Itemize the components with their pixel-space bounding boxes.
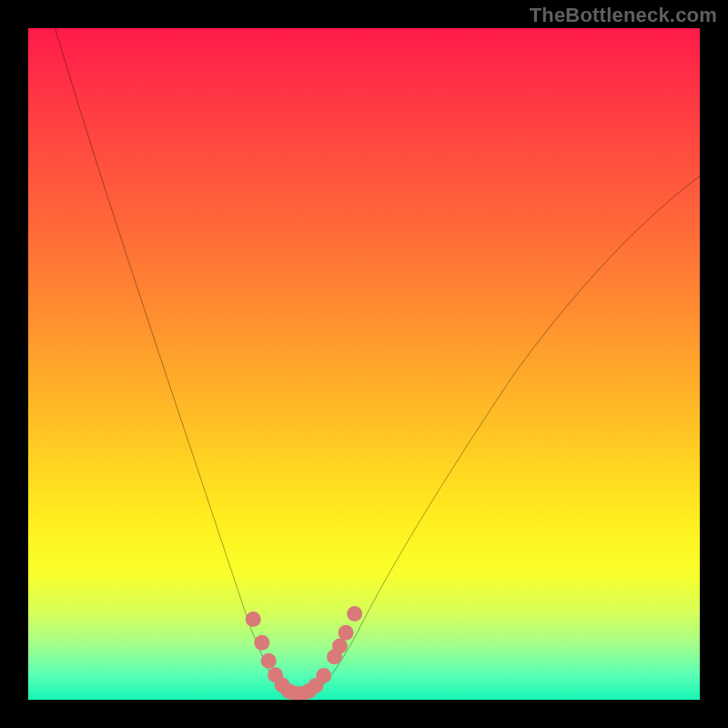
svg-point-10 <box>316 668 331 683</box>
svg-point-14 <box>347 606 362 622</box>
svg-point-12 <box>332 638 348 653</box>
watermark-text: TheBottleneck.com <box>530 4 717 27</box>
bottleneck-curve <box>28 28 700 700</box>
chart-frame: TheBottleneck.com <box>0 0 728 728</box>
svg-point-2 <box>261 653 277 669</box>
svg-point-1 <box>254 635 269 651</box>
plot-area <box>28 28 700 700</box>
svg-point-13 <box>339 625 354 641</box>
trough-markers <box>246 606 362 700</box>
curve-path <box>56 28 700 697</box>
svg-point-0 <box>246 612 261 627</box>
